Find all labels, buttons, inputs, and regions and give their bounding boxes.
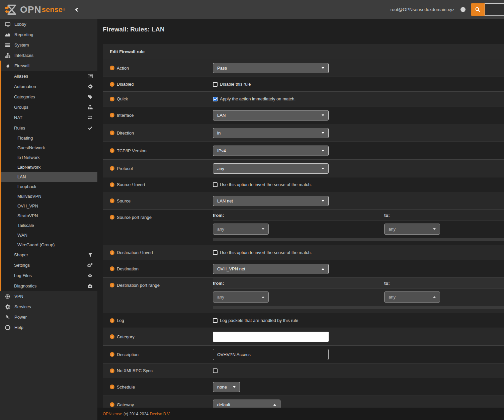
no-xmlrpc-checkbox[interactable] xyxy=(213,368,218,373)
chevron-down-icon xyxy=(322,67,324,69)
hourglass-logo-icon xyxy=(5,4,17,15)
sidebar-item-shaper[interactable]: Shaper xyxy=(1,250,97,260)
info-icon[interactable]: i xyxy=(110,368,114,373)
sidebar-item-help[interactable]: Help xyxy=(0,322,97,333)
rules-item-label: WireGuard (Group) xyxy=(17,242,55,247)
rules-item-iotnetwork[interactable]: IoTNetwork xyxy=(1,153,97,162)
info-icon[interactable]: i xyxy=(110,97,114,101)
protocol-select[interactable]: any xyxy=(213,163,329,174)
form-row-protocol: iProtocol any xyxy=(103,159,504,177)
source-select[interactable]: LAN net xyxy=(213,196,329,206)
opnsense-footer-link[interactable]: OPNsense xyxy=(103,412,122,416)
info-icon[interactable]: i xyxy=(110,250,114,255)
info-icon[interactable]: i xyxy=(110,402,114,407)
info-icon[interactable]: i xyxy=(110,283,114,287)
sidebar-item-label: Categories xyxy=(14,94,86,99)
rules-item-mullvadvpn[interactable]: MullvadVPN xyxy=(1,191,97,201)
sidebar-item-categories[interactable]: Categories xyxy=(1,92,97,102)
form-row-gateway: iGateway default xyxy=(103,396,504,408)
category-input[interactable] xyxy=(213,332,329,342)
rules-item-labnetwork[interactable]: LabNetwork xyxy=(1,162,97,172)
rules-item-floating[interactable]: Floating xyxy=(1,133,97,143)
info-icon[interactable]: i xyxy=(110,215,114,220)
deciso-footer-link[interactable]: Deciso B.V. xyxy=(150,412,171,416)
rules-item-guestnetwork[interactable]: GuestNetwork xyxy=(1,143,97,153)
sidebar-item-label: Groups xyxy=(14,105,86,110)
rules-item-loopback[interactable]: Loopback xyxy=(1,182,97,191)
info-icon[interactable]: i xyxy=(110,334,114,339)
chevron-up-icon xyxy=(262,296,264,298)
search-input[interactable] xyxy=(485,3,504,16)
info-icon[interactable]: i xyxy=(110,131,114,135)
selected-value: none xyxy=(217,385,227,390)
info-icon[interactable]: i xyxy=(110,166,114,171)
sidebar-item-settings[interactable]: Settings xyxy=(1,260,97,270)
log-checkbox[interactable] xyxy=(213,318,218,323)
selected-value: any xyxy=(389,295,396,300)
gateway-select[interactable]: default xyxy=(213,400,280,408)
field-label: Disabled xyxy=(117,82,134,87)
interface-select[interactable]: LAN xyxy=(213,110,329,120)
rules-item-wan[interactable]: WAN xyxy=(1,230,97,240)
selected-value: any xyxy=(389,227,396,232)
source-port-from-select[interactable]: any xyxy=(213,224,269,235)
opnsense-logo[interactable]: OPNsense® xyxy=(5,4,65,15)
rules-item-ovh-vpn[interactable]: OVH_VPN xyxy=(1,201,97,211)
sidebar-item-aliases[interactable]: Aliases xyxy=(1,71,97,81)
rules-item-stratovpn[interactable]: StratoVPN xyxy=(1,211,97,221)
sidebar-collapse-button[interactable] xyxy=(75,7,79,12)
info-icon[interactable]: i xyxy=(110,352,114,357)
sidebar-item-nat[interactable]: NAT xyxy=(1,112,97,123)
sidebar-item-reporting[interactable]: Reporting xyxy=(0,29,97,40)
info-icon[interactable]: i xyxy=(110,198,114,203)
destination-select[interactable]: OVH_VPN net xyxy=(213,264,329,274)
area-chart-icon xyxy=(5,32,11,37)
info-icon[interactable]: i xyxy=(110,148,114,153)
info-icon[interactable]: i xyxy=(110,82,114,87)
rules-item-wireguard-group[interactable]: WireGuard (Group) xyxy=(1,240,97,250)
sidebar-item-firewall[interactable]: Firewall xyxy=(1,61,97,71)
cogs-icon xyxy=(86,263,93,268)
sidebar-item-automation[interactable]: Automation xyxy=(1,81,97,92)
disabled-checkbox[interactable] xyxy=(213,82,218,87)
field-label: Destination port range xyxy=(117,283,160,288)
sidebar-item-groups[interactable]: Groups xyxy=(1,102,97,112)
action-select[interactable]: Pass xyxy=(213,63,329,73)
schedule-select[interactable]: none xyxy=(213,382,240,392)
sidebar-item-diagnostics[interactable]: Diagnostics xyxy=(1,281,97,291)
info-icon[interactable]: i xyxy=(110,113,114,117)
description-input[interactable] xyxy=(213,349,329,360)
direction-select[interactable]: in xyxy=(213,128,329,138)
checkbox-label: Use this option to invert the sense of t… xyxy=(220,182,312,187)
sidebar-item-services[interactable]: Services xyxy=(0,302,97,312)
destination-port-from-select[interactable]: any xyxy=(213,291,269,303)
sidebar-item-label: Automation xyxy=(14,84,86,89)
info-icon[interactable]: i xyxy=(110,385,114,389)
field-label: No XMLRPC Sync xyxy=(117,368,153,373)
source-invert-checkbox[interactable] xyxy=(213,182,218,187)
sidebar-item-lobby[interactable]: Lobby xyxy=(0,19,97,29)
horizontal-scrollbar[interactable] xyxy=(213,306,504,309)
sidebar-item-label: Power xyxy=(14,315,27,320)
destination-port-to-select[interactable]: any xyxy=(384,291,440,303)
info-icon[interactable]: i xyxy=(110,266,114,271)
sidebar-item-rules[interactable]: Rules xyxy=(1,123,97,133)
quick-checkbox[interactable] xyxy=(213,97,218,101)
sidebar-item-vpn[interactable]: VPN xyxy=(0,291,97,302)
selected-value: any xyxy=(217,227,224,232)
search-button[interactable] xyxy=(471,3,485,16)
sidebar-item-system[interactable]: System xyxy=(0,40,97,50)
rules-item-tailscale[interactable]: Tailscale xyxy=(1,221,97,230)
sidebar-item-log-files[interactable]: Log Files xyxy=(1,270,97,281)
sidebar-item-power[interactable]: Power xyxy=(0,312,97,322)
sidebar-item-interfaces[interactable]: Interfaces xyxy=(0,50,97,61)
source-port-to-select[interactable]: any xyxy=(384,224,440,235)
rules-item-lan[interactable]: LAN xyxy=(1,172,97,182)
ip-version-select[interactable]: IPv4 xyxy=(213,146,329,156)
horizontal-scrollbar[interactable] xyxy=(213,238,504,241)
info-icon[interactable]: i xyxy=(110,66,114,70)
destination-invert-checkbox[interactable] xyxy=(213,250,218,255)
info-icon[interactable]: i xyxy=(110,318,114,323)
info-icon[interactable]: i xyxy=(110,182,114,187)
selected-value: OVH_VPN net xyxy=(217,266,245,271)
